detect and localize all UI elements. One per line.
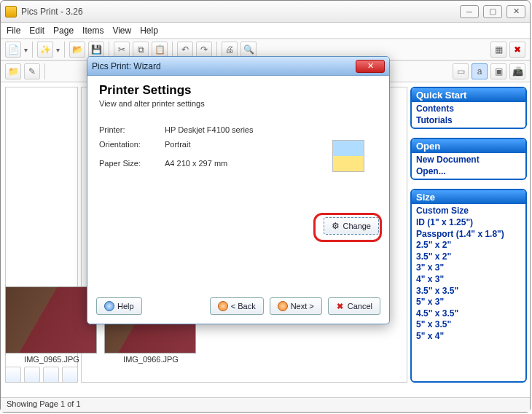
menu-page[interactable]: Page [53, 26, 74, 36]
toolbar-copy-icon[interactable]: ⧉ [133, 42, 149, 58]
panel-quickstart-title: Quick Start [412, 88, 525, 102]
wizard-subtitle: View and alter printer settings [99, 99, 378, 108]
open-open[interactable]: Open... [416, 166, 521, 178]
panel-size-title: Size [412, 190, 525, 204]
change-button-label: Change [343, 222, 371, 230]
value-paper: A4 210 x 297 mm [165, 159, 326, 168]
back-button-label: < Back [231, 302, 256, 310]
value-printer: HP Deskjet F4100 series [165, 125, 326, 134]
toolbar-save-icon[interactable]: 💾 [88, 42, 104, 58]
menubar: File Edit Page Items View Help [1, 23, 530, 39]
toolbar-delete-icon[interactable]: ✖ [509, 42, 525, 58]
mini-view-1[interactable] [5, 367, 21, 383]
help-icon [104, 301, 114, 311]
cancel-icon: ✖ [336, 302, 345, 310]
label-paper: Paper Size: [99, 159, 165, 168]
toolbar-preview-icon[interactable]: 🔍 [240, 42, 257, 58]
tool-a-icon[interactable]: a [472, 63, 488, 79]
tool-page-icon[interactable]: ▭ [453, 63, 469, 79]
next-icon [278, 301, 288, 311]
size-3_5x3_5[interactable]: 3.5" x 3.5" [416, 286, 521, 297]
quickstart-contents[interactable]: Contents [416, 104, 521, 115]
statusbar: Showing Page 1 of 1 [1, 397, 530, 412]
mini-view-4[interactable] [62, 367, 78, 383]
size-passport[interactable]: Passport (1.4" x 1.8") [416, 229, 521, 241]
thumb-1-image [5, 286, 97, 354]
back-button[interactable]: < Back [210, 297, 264, 315]
panel-quickstart: Quick Start Contents Tutorials [410, 87, 527, 129]
panel-size: Size Custom Size ID (1" x 1.25") Passpor… [410, 189, 527, 383]
help-button[interactable]: Help [96, 297, 142, 315]
main-window: Pics Print - 3.26 ─ ▢ ✕ File Edit Page I… [0, 0, 531, 413]
tool-folder-icon[interactable]: 📁 [5, 63, 21, 79]
wizard-title: Pics Print: Wizard [92, 61, 356, 71]
cancel-button[interactable]: ✖ Cancel [328, 297, 380, 315]
menu-file[interactable]: File [7, 26, 20, 36]
mini-view-3[interactable] [43, 367, 59, 383]
size-5x3_5[interactable]: 5" x 3.5" [416, 319, 521, 331]
toolbar-open-icon[interactable]: 📂 [69, 42, 85, 58]
menu-view[interactable]: View [112, 26, 131, 36]
size-3x3[interactable]: 3" x 3" [416, 262, 521, 274]
size-4_5x3_5[interactable]: 4.5" x 3.5" [416, 308, 521, 320]
change-button[interactable]: ⚙ Change [324, 217, 379, 235]
open-new-document[interactable]: New Document [416, 155, 521, 166]
next-button-label: Next > [291, 302, 314, 310]
size-id[interactable]: ID (1" x 1.25") [416, 217, 521, 229]
size-custom[interactable]: Custom Size [416, 206, 521, 217]
size-3_5x2[interactable]: 3.5" x 2" [416, 251, 521, 263]
tool-frame-icon[interactable]: ▣ [490, 63, 506, 79]
back-icon [218, 301, 228, 311]
toolbar-wand-icon[interactable]: ✨ [37, 42, 53, 58]
window-title: Pics Print - 3.26 [21, 7, 460, 17]
size-2_5x2[interactable]: 2.5" x 2" [416, 240, 521, 251]
close-button[interactable]: ✕ [506, 5, 525, 18]
thumb-2-label: IMG_0966.JPG [104, 355, 197, 364]
size-4x3[interactable]: 4" x 3" [416, 274, 521, 286]
quickstart-tutorials[interactable]: Tutorials [416, 115, 521, 127]
side-panels: Quick Start Contents Tutorials Open New … [410, 87, 527, 383]
toolbar-paste-icon[interactable]: 📋 [152, 42, 168, 58]
wizard-heading: Printer Settings [99, 83, 378, 98]
wizard-dialog: Pics Print: Wizard ✕ Printer Settings Vi… [87, 56, 390, 324]
maximize-button[interactable]: ▢ [483, 5, 502, 18]
toolbar-print-icon[interactable]: 🖨 [222, 42, 238, 58]
thumb-1-label: IMG_0965.JPG [5, 355, 98, 364]
tool-pencil-icon[interactable]: ✎ [24, 63, 40, 79]
wizard-close-button[interactable]: ✕ [356, 60, 385, 73]
wizard-titlebar: Pics Print: Wizard ✕ [87, 57, 389, 76]
toolbar-cut-icon[interactable]: ✂ [114, 42, 130, 58]
status-text: Showing Page 1 of 1 [7, 399, 81, 408]
mini-view-2[interactable] [24, 367, 40, 383]
menu-edit[interactable]: Edit [29, 26, 44, 36]
size-5x3[interactable]: 5" x 3" [416, 297, 521, 308]
value-orientation: Portrait [165, 140, 326, 149]
next-button[interactable]: Next > [270, 297, 322, 315]
thumb-1[interactable]: IMG_0965.JPG [5, 286, 98, 364]
help-button-label: Help [117, 302, 134, 310]
minimize-button[interactable]: ─ [460, 5, 479, 18]
printer-preview-icon [332, 140, 364, 172]
tool-scanner-icon[interactable]: 📠 [509, 63, 525, 79]
label-orientation: Orientation: [99, 140, 165, 149]
panel-open-title: Open [412, 139, 525, 153]
toolbar-undo-icon[interactable]: ↶ [177, 42, 193, 58]
app-icon [5, 6, 17, 17]
gear-icon: ⚙ [332, 221, 340, 231]
panel-open: Open New Document Open... [410, 138, 527, 180]
size-5x4[interactable]: 5" x 4" [416, 331, 521, 343]
toolbar-grid-icon[interactable]: ▦ [490, 42, 506, 58]
cancel-button-label: Cancel [348, 302, 372, 310]
menu-help[interactable]: Help [140, 26, 158, 36]
menu-items[interactable]: Items [82, 26, 103, 36]
toolbar-new-icon[interactable]: 📄 [5, 42, 21, 58]
label-printer: Printer: [99, 125, 165, 134]
titlebar: Pics Print - 3.26 ─ ▢ ✕ [1, 1, 530, 23]
toolbar-redo-icon[interactable]: ↷ [196, 42, 212, 58]
